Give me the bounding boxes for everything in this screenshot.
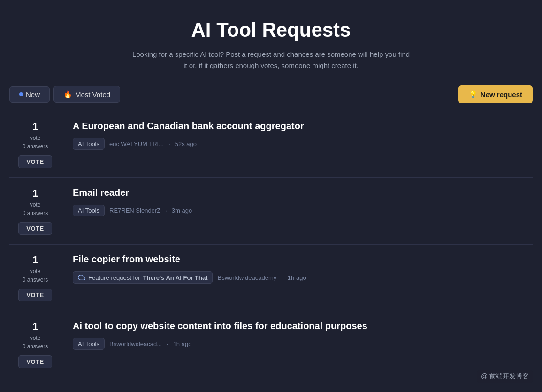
page-title: AI Tool Requests: [9, 19, 533, 41]
vote-button[interactable]: VOTE: [18, 222, 52, 235]
toolbar-tabs: New 🔥 Most Voted: [9, 86, 120, 103]
request-title: A European and Canadian bank account agg…: [73, 121, 521, 131]
fire-icon: 🔥: [63, 90, 72, 99]
request-time: 1h ago: [173, 340, 192, 347]
request-author: eric WAI YUM TRI...: [109, 140, 164, 147]
answers-label: 0 answers: [23, 143, 48, 150]
request-author: RE7REN SlenderZ: [109, 207, 160, 214]
vote-button[interactable]: VOTE: [18, 155, 52, 168]
meta-separator: ·: [165, 207, 167, 214]
request-title: Email reader: [73, 187, 521, 198]
vote-button[interactable]: VOTE: [18, 289, 52, 301]
new-dot-icon: [19, 92, 23, 96]
page-description: Looking for a specific AI tool? Post a r…: [130, 49, 412, 71]
answers-label: 0 answers: [23, 343, 48, 350]
meta-separator: ·: [168, 140, 170, 147]
tab-most-voted[interactable]: 🔥 Most Voted: [53, 86, 120, 103]
answers-label: 0 answers: [23, 210, 48, 216]
new-request-label: New request: [481, 91, 522, 99]
request-content: Email reader AI Tools RE7REN SlenderZ · …: [61, 178, 533, 244]
request-author: Bsworldwideacad...: [109, 340, 162, 347]
table-row: 1 vote 0 answers VOTE Ai tool to copy we…: [9, 311, 533, 377]
vote-count: 1: [32, 187, 38, 200]
vote-label: vote: [30, 335, 41, 341]
request-meta: AI Tools Bsworldwideacad... · 1h ago: [73, 338, 521, 350]
request-time: 1h ago: [288, 274, 306, 281]
table-row: 1 vote 0 answers VOTE File copier from w…: [9, 244, 533, 311]
request-content: A European and Canadian bank account agg…: [61, 111, 533, 177]
vote-section: 1 vote 0 answers VOTE: [9, 245, 61, 311]
vote-label: vote: [30, 135, 41, 141]
bulb-icon: 💡: [469, 90, 478, 99]
tab-new-label: New: [26, 91, 40, 99]
vote-label: vote: [30, 268, 41, 275]
vote-button[interactable]: VOTE: [18, 355, 52, 368]
watermark: @ 前端开发博客: [477, 370, 533, 383]
request-meta: Feature request for There's An AI For Th…: [73, 271, 521, 284]
meta-separator: ·: [167, 340, 168, 347]
vote-label: vote: [30, 201, 41, 208]
request-content: Ai tool to copy website content into fil…: [61, 311, 533, 377]
request-meta: AI Tools eric WAI YUM TRI... · 52s ago: [73, 138, 521, 150]
toolbar: New 🔥 Most Voted 💡 New request: [0, 85, 542, 103]
request-tag: AI Tools: [73, 138, 105, 150]
new-request-button[interactable]: 💡 New request: [458, 85, 533, 103]
answers-label: 0 answers: [23, 277, 48, 283]
feature-request-tag: Feature request for There's An AI For Th…: [73, 271, 213, 284]
vote-count: 1: [32, 254, 38, 266]
request-tag: AI Tools: [73, 205, 105, 216]
vote-section: 1 vote 0 answers VOTE: [9, 311, 61, 377]
request-time: 52s ago: [175, 140, 197, 147]
meta-separator: ·: [281, 274, 283, 281]
cloud-icon: [78, 274, 85, 281]
request-tag: AI Tools: [73, 338, 105, 350]
vote-count: 1: [32, 121, 38, 133]
tab-most-voted-label: Most Voted: [75, 91, 110, 99]
request-author: Bsworldwideacademy: [217, 274, 276, 281]
request-title: Ai tool to copy website content into fil…: [73, 321, 521, 331]
page-header: AI Tool Requests Looking for a specific …: [0, 0, 542, 85]
tab-new[interactable]: New: [9, 86, 50, 103]
table-row: 1 vote 0 answers VOTE A European and Can…: [9, 111, 533, 177]
request-content: File copier from website Feature request…: [61, 245, 533, 311]
vote-count: 1: [32, 321, 38, 333]
request-list: 1 vote 0 answers VOTE A European and Can…: [0, 111, 542, 377]
request-meta: AI Tools RE7REN SlenderZ · 3m ago: [73, 205, 521, 216]
table-row: 1 vote 0 answers VOTE Email reader AI To…: [9, 177, 533, 244]
vote-section: 1 vote 0 answers VOTE: [9, 111, 61, 177]
request-title: File copier from website: [73, 254, 521, 265]
request-time: 3m ago: [172, 207, 192, 214]
vote-section: 1 vote 0 answers VOTE: [9, 178, 61, 244]
